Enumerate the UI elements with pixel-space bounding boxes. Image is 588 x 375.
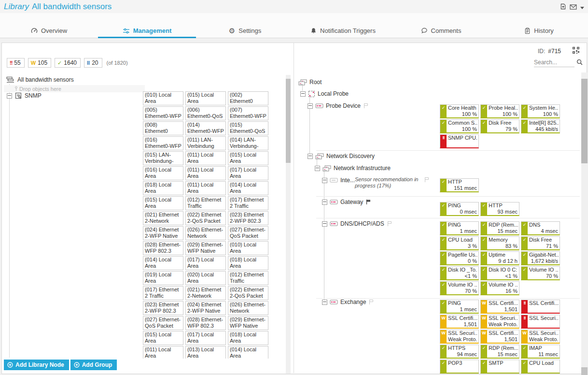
collapse-toggle[interactable] xyxy=(315,166,320,171)
library-node-snmp[interactable]: SNMP xyxy=(7,92,42,99)
library-tile[interactable]: (026) Ethernet-Network xyxy=(185,226,226,240)
sensor-tile[interactable]: PING1 msec xyxy=(440,221,479,235)
library-tile[interactable]: (024) Ethernet 2-WFP Native xyxy=(143,226,183,240)
sensor-tile[interactable]: SSL Securi...Weak Proto... xyxy=(440,330,479,344)
add-library-node-button[interactable]: Add Library Node xyxy=(4,360,69,370)
library-tile[interactable]: (024) Ethernet 2-WFP Native xyxy=(185,301,226,315)
sensor-tile[interactable]: Disk IO _To...<1 % xyxy=(440,266,479,280)
sensor-tile[interactable]: CPU Load xyxy=(521,360,560,374)
sensor-tile[interactable]: POP3 xyxy=(440,360,479,374)
library-tile[interactable]: (022) Ethernet 2-QoS Packet xyxy=(185,211,226,225)
tab-notification-triggers[interactable]: Notification Triggers xyxy=(294,24,392,38)
library-tile[interactable]: (006) Ethernet0-QoS Packet xyxy=(185,106,226,120)
library-tile[interactable]: (011) Local Area xyxy=(185,151,226,165)
flag-icon[interactable] xyxy=(363,103,369,109)
library-tile[interactable]: (014) Local Area xyxy=(228,346,268,359)
sensor-tile[interactable]: SSL Certifi...1,501 xyxy=(480,330,519,344)
ok-count-badge[interactable]: ✓1640 xyxy=(55,58,81,68)
tab-management[interactable]: Management xyxy=(98,24,196,38)
library-tile[interactable]: (020) Local Area xyxy=(185,271,226,285)
sensor-tile[interactable]: PING1 msec xyxy=(440,300,479,314)
tree-node-network-discovery[interactable]: Network Discovery xyxy=(308,153,375,159)
sensor-tile[interactable]: Disk Free71 % xyxy=(521,236,560,250)
tree-node-exchange[interactable]: Exchange xyxy=(322,299,374,305)
library-tile[interactable]: (016) Local Area xyxy=(143,166,183,180)
library-tile[interactable]: (023) Ethernet 2-WFP 802.3 xyxy=(228,211,268,225)
sensor-tile[interactable]: System He...100 % xyxy=(521,104,560,118)
library-tile[interactable]: (002) Ethernet0 Traffic xyxy=(228,91,268,105)
tree-node-dns-dhcp-ads[interactable]: DNS/DHCP/ADS xyxy=(322,220,392,227)
tree-node-network-infrastructure[interactable]: Network Infrastructure xyxy=(315,165,391,172)
tree-node-local-probe[interactable]: Local Probe xyxy=(300,90,349,97)
library-tile[interactable]: (015) Local Area xyxy=(143,196,183,210)
left-scrollbar-thumb[interactable] xyxy=(286,79,291,163)
sensor-tile[interactable]: Uptime9 d 12 h xyxy=(480,251,519,265)
sensor-tile[interactable]: HTTP93 msec xyxy=(480,202,519,216)
collapse-toggle[interactable] xyxy=(322,300,327,305)
priority-flag-icon[interactable] xyxy=(365,199,371,205)
tab-history[interactable]: History xyxy=(490,24,588,38)
library-tile[interactable]: (011) LAN-Verbindung xyxy=(185,136,226,150)
sensor-tile[interactable]: Common S...100 % xyxy=(440,119,479,133)
flag-icon[interactable] xyxy=(387,221,392,227)
tree-node-inte[interactable]: Inte... xyxy=(322,177,355,184)
library-tile[interactable]: (011) Local Area xyxy=(185,166,226,180)
sensor-tile[interactable]: SSL Securi...Weak Proto... xyxy=(480,315,519,329)
sensor-tile[interactable]: CPU Load3 % xyxy=(440,236,479,250)
library-tile[interactable]: (017) Local Area xyxy=(185,331,226,345)
library-tile[interactable]: (013) Local Area xyxy=(185,346,226,359)
library-tile[interactable]: (022) Ethernet 2-QoS Packet xyxy=(228,286,268,300)
sensor-tile[interactable]: Volume IO ...70 % xyxy=(440,281,479,295)
sensor-tile[interactable]: Pagefile Us...0 % xyxy=(440,251,479,265)
library-tile[interactable]: (014) LAN-Verbindung-QoS xyxy=(228,136,268,150)
sensor-tile[interactable]: SSL Certifi...1,501 xyxy=(440,315,479,329)
tree-node-probe-device[interactable]: Probe Device xyxy=(308,102,369,109)
library-tile[interactable]: (017) Local Area xyxy=(185,256,226,270)
add-group-button[interactable]: Add Group xyxy=(70,360,117,370)
tab-comments[interactable]: Comments xyxy=(392,24,490,38)
sensor-tile[interactable]: PING0 msec xyxy=(440,202,479,216)
sensor-tile[interactable]: Volume IO ...70 % xyxy=(521,266,560,280)
library-tile[interactable]: (028) Ethernet-WFP 802.3 xyxy=(143,241,183,255)
library-tile[interactable]: (016) Ethernet0-WFP 802.3 xyxy=(143,136,183,150)
sensor-tile[interactable]: SMTP xyxy=(480,360,519,374)
tab-overview[interactable]: Overview xyxy=(0,24,98,38)
sensor-tile[interactable]: Gigabit-Net...1,672 kbit/s xyxy=(521,251,560,265)
library-tile[interactable]: (008) Ethernet0 Traffic xyxy=(143,121,183,135)
library-tile[interactable]: (018) Local Area xyxy=(143,181,183,195)
chevron-down-icon[interactable] xyxy=(580,7,584,9)
collapse-toggle[interactable] xyxy=(322,178,327,183)
library-tile[interactable]: (021) Ethernet 2-Network xyxy=(143,211,183,225)
flag-icon[interactable] xyxy=(424,176,430,185)
library-tile[interactable]: (011) Local Area xyxy=(143,346,183,359)
sensor-tile[interactable]: SNMP CPU... xyxy=(440,134,479,148)
library-tile[interactable]: (026) Ethernet-Network xyxy=(228,301,268,315)
library-tile[interactable]: (010) Local Area xyxy=(228,241,268,255)
library-tile[interactable]: (027) Ethernet-QoS Packet xyxy=(143,316,183,330)
library-tile[interactable]: (018) Local Area xyxy=(228,256,268,270)
library-tile[interactable]: (014) Local Area xyxy=(143,256,183,270)
right-scrollbar-end[interactable] xyxy=(581,367,588,375)
drop-target-hint[interactable]: Drop objects here xyxy=(4,85,145,92)
library-tile[interactable]: (015) Local Area xyxy=(143,331,183,345)
search-icon[interactable] xyxy=(576,58,583,67)
tab-settings[interactable]: ⚙ Settings xyxy=(196,24,294,38)
sensor-tile[interactable]: DNS4 msec xyxy=(521,221,560,235)
library-tile[interactable]: (019) Local Area xyxy=(143,271,183,285)
error-count-badge[interactable]: !!55 xyxy=(7,58,25,68)
collapse-toggle[interactable] xyxy=(308,103,313,109)
sensor-tile[interactable]: Core Health100 % xyxy=(440,104,479,118)
sensor-tile[interactable]: Disk IO 0 C:<1 % xyxy=(480,266,519,280)
sensor-tile[interactable]: IMAP11 msec xyxy=(521,345,560,359)
library-tile[interactable]: (015) LAN-Verbindung- xyxy=(143,151,183,165)
library-tile[interactable]: (023) Ethernet 2-WFP 802.3 xyxy=(143,301,183,315)
library-tile[interactable]: (021) Ethernet 2-Network xyxy=(185,286,226,300)
sensor-tile[interactable]: RDP (Rem...15 msec xyxy=(480,345,519,359)
library-tile[interactable]: (017) Ethernet 2 Traffic xyxy=(143,286,183,300)
sensor-tile[interactable]: Volume IO ...16 % xyxy=(480,281,519,295)
collapse-toggle[interactable] xyxy=(7,93,12,99)
library-tile[interactable]: (012) Ethernet Traffic xyxy=(185,196,226,210)
sensor-tile[interactable]: Probe Heal...100 % xyxy=(480,104,519,118)
sensor-tile[interactable]: Disk Free79 % xyxy=(480,119,519,133)
collapse-toggle[interactable] xyxy=(308,154,313,159)
